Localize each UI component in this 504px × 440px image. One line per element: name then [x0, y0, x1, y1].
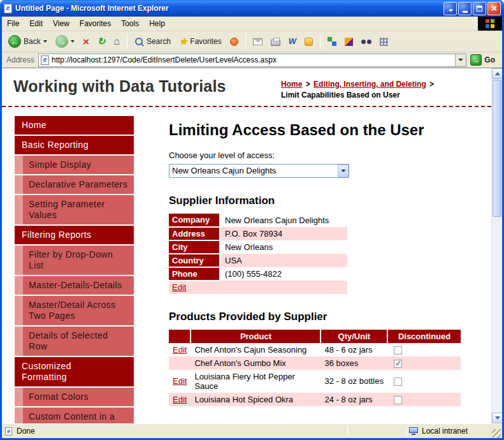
menu-view[interactable]: View — [48, 17, 75, 31]
status-separator — [407, 426, 407, 436]
edit-with-word-button[interactable] — [285, 33, 300, 50]
discontinued-checkbox[interactable] — [394, 396, 402, 404]
forward-dropdown-icon[interactable] — [71, 40, 75, 43]
windows-flag-icon — [486, 19, 494, 28]
sidebar-item-custom-content[interactable]: Custom Content in a — [23, 407, 134, 423]
media-icon — [230, 38, 238, 46]
favorites-button[interactable]: Favorites — [175, 33, 226, 50]
product-name: Chef Anton's Gumbo Mix — [191, 356, 320, 370]
chevron-down-icon — [458, 59, 463, 61]
search-label: Search — [147, 37, 171, 46]
favorites-label: Favorites — [190, 37, 221, 46]
supplier-row: City New Orleans — [169, 240, 347, 254]
menu-tools[interactable]: Tools — [116, 17, 144, 31]
security-zone-panel: Local intranet — [409, 427, 492, 436]
back-button[interactable]: Back — [4, 33, 51, 50]
back-label: Back — [24, 37, 41, 46]
back-dropdown-icon[interactable] — [43, 40, 47, 43]
product-qty: 24 - 8 oz jars — [320, 393, 387, 406]
refresh-button[interactable] — [94, 33, 110, 50]
chevron-up-icon — [495, 72, 500, 75]
product-edit-link[interactable]: Edit — [173, 395, 187, 404]
product-column-header: Product — [191, 330, 320, 343]
sidebar-item-home[interactable]: Home — [15, 116, 134, 135]
breadcrumb-current: Limit Capabilities Based on User — [281, 90, 480, 101]
search-button[interactable]: Search — [131, 33, 175, 50]
sidebar-item-declarative-parameters[interactable]: Declarative Parameters — [23, 175, 134, 194]
maximize-button[interactable] — [473, 2, 486, 15]
sidebar-item-details-of-selected-row[interactable]: Details of Selected Row — [23, 326, 134, 356]
address-url[interactable]: http://localhost:1297/Code/EditInsertDel… — [52, 55, 452, 64]
menu-help[interactable]: Help — [144, 17, 170, 31]
messenger-button[interactable] — [301, 33, 317, 50]
status-bar: Done Local intranet — [2, 423, 502, 438]
splitter-icon — [448, 3, 452, 14]
sidebar-item-simple-display[interactable]: Simple Display — [23, 156, 134, 174]
home-button[interactable] — [110, 33, 124, 50]
sidebar-item-basic-reporting[interactable]: Basic Reporting — [15, 136, 134, 154]
breadcrumb-home-link[interactable]: Home — [281, 80, 302, 89]
stop-button[interactable] — [79, 33, 93, 50]
select-dropdown-button[interactable] — [338, 165, 349, 177]
address-label: Address — [4, 55, 38, 64]
menu-edit[interactable]: Edit — [24, 17, 48, 31]
sidebar-item-format-colors[interactable]: Format Colors — [23, 388, 134, 406]
discontinued-checkbox[interactable] — [394, 360, 402, 368]
breadcrumb: Home > Editing, Inserting, and Deleting … — [281, 77, 480, 101]
sidebar-nav: Home Basic Reporting Simple Display Decl… — [15, 116, 134, 423]
product-row: Edit Chef Anton's Cajun Seasoning 48 - 6… — [169, 343, 461, 356]
vs-addon-button[interactable] — [341, 33, 357, 50]
mail-button[interactable] — [249, 33, 266, 50]
sidebar-item-customized-formatting[interactable]: Customized Formatting — [15, 357, 134, 386]
forward-icon — [55, 35, 68, 48]
sidebar-item-setting-parameter-values[interactable]: Setting Parameter Values — [23, 195, 134, 224]
local-intranet-icon — [409, 427, 418, 435]
sync-addon-button[interactable] — [324, 33, 340, 50]
vertical-scrollbar[interactable] — [491, 68, 502, 423]
messenger-icon — [305, 38, 313, 46]
product-edit-link[interactable]: Edit — [173, 345, 187, 355]
browser-window: Untitled Page - Microsoft Internet Explo… — [0, 0, 504, 440]
close-icon — [491, 3, 497, 14]
go-button[interactable]: Go — [466, 54, 500, 66]
close-button[interactable] — [487, 2, 501, 15]
supplier-row: Company New Orleans Cajun Delights — [169, 214, 347, 227]
access-level-select[interactable]: New Orleans Cajun Delights — [169, 164, 349, 178]
window-extra-button[interactable] — [443, 2, 457, 15]
scroll-up-button[interactable] — [492, 68, 502, 79]
minimize-button[interactable] — [458, 2, 472, 15]
supplier-edit-row: Edit — [169, 281, 347, 294]
page-title: Limiting Access Based on the User — [169, 121, 462, 139]
menu-file[interactable]: File — [2, 17, 24, 31]
research-button[interactable] — [357, 33, 375, 50]
sidebar-item-master-details-details[interactable]: Master-Details-Details — [23, 276, 134, 295]
product-edit-link[interactable]: Edit — [173, 376, 187, 386]
supplier-edit-link[interactable]: Edit — [172, 282, 186, 292]
sidebar-item-master-detail-across-two-pages[interactable]: Master/Detail Across Two Pages — [23, 296, 134, 325]
products-header-row: Product Qty/Unit Discontinued — [169, 330, 461, 343]
supplier-row: Phone (100) 555-4822 — [169, 267, 347, 281]
toolbar-separator — [245, 34, 246, 49]
toolbar-separator — [127, 34, 127, 49]
browser-viewport: Working with Data Tutorials Home > Editi… — [2, 68, 502, 423]
menu-favorites[interactable]: Favorites — [75, 17, 116, 31]
titlebar[interactable]: Untitled Page - Microsoft Internet Explo… — [0, 0, 504, 17]
address-dropdown-button[interactable] — [455, 54, 466, 66]
media-button[interactable] — [226, 33, 242, 50]
resize-grip[interactable] — [492, 429, 501, 438]
web-page: Working with Data Tutorials Home > Editi… — [2, 68, 491, 423]
scroll-down-button[interactable] — [492, 413, 502, 423]
grid-addon-button[interactable] — [376, 33, 392, 50]
scrollbar-thumb[interactable] — [493, 80, 501, 217]
sidebar-item-filter-by-dropdown-list[interactable]: Filter by Drop-Down List — [23, 246, 134, 275]
status-middle-panel — [350, 426, 405, 436]
print-button[interactable] — [267, 33, 284, 50]
breadcrumb-section-link[interactable]: Editing, Inserting, and Deleting — [313, 80, 426, 89]
discontinued-checkbox[interactable] — [394, 378, 402, 386]
discontinued-checkbox[interactable] — [394, 346, 402, 355]
sidebar-item-filtering-reports[interactable]: Filtering Reports — [15, 226, 134, 244]
status-left-panel: Done — [4, 427, 345, 436]
address-input[interactable]: http://localhost:1297/Code/EditInsertDel… — [38, 54, 466, 67]
home-icon — [113, 36, 120, 47]
forward-button[interactable] — [52, 33, 78, 50]
